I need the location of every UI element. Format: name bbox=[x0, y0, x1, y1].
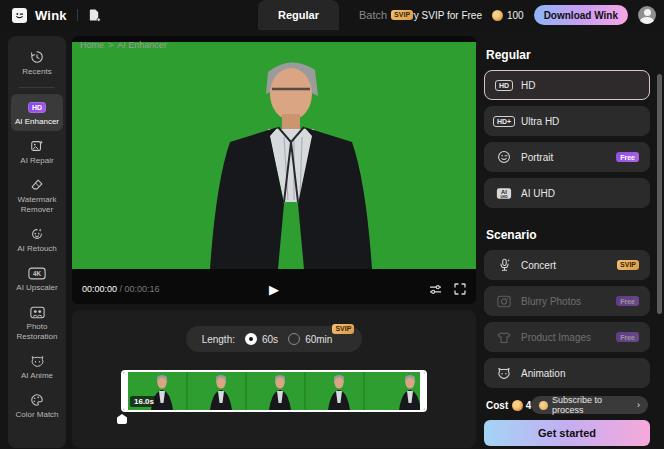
edit-panel: Length: 60s 60min SVIP bbox=[72, 310, 476, 448]
video-frame[interactable] bbox=[72, 42, 476, 269]
radio-selected[interactable] bbox=[245, 333, 257, 345]
svg-text:AI: AI bbox=[501, 189, 507, 195]
adjust-sliders-icon[interactable] bbox=[429, 284, 442, 295]
sidebar-item-label: Recents bbox=[22, 67, 51, 77]
chevron-right-icon: › bbox=[637, 400, 640, 410]
sidebar-item-label: AI Upscaler bbox=[16, 283, 57, 293]
length-option-60s[interactable]: 60s bbox=[245, 333, 278, 345]
sidebar-item-label: Color Match bbox=[15, 410, 58, 420]
4k-badge-icon: 4K bbox=[28, 265, 46, 281]
timeline-strip[interactable]: 16.0s bbox=[121, 370, 427, 412]
svg-text:4K: 4K bbox=[33, 270, 42, 277]
sidebar-divider bbox=[19, 87, 55, 88]
option-portrait[interactable]: Portrait Free bbox=[484, 142, 650, 172]
breadcrumb-separator: > bbox=[108, 40, 113, 50]
free-badge: Free bbox=[616, 332, 639, 342]
content: Recents HD AI Enhancer AI Repair Waterma… bbox=[0, 30, 664, 449]
sidebar-item-label: AI Anime bbox=[21, 371, 53, 381]
sidebar: Recents HD AI Enhancer AI Repair Waterma… bbox=[8, 36, 66, 448]
free-badge: Free bbox=[616, 296, 639, 306]
photo-sparkle-icon bbox=[30, 138, 44, 154]
trim-handle-left[interactable] bbox=[123, 372, 128, 410]
face-sparkle-icon bbox=[30, 226, 44, 242]
option-ai-uhd[interactable]: AIUHD AI UHD bbox=[484, 178, 650, 208]
radio-unselected[interactable] bbox=[288, 333, 300, 345]
coin-icon bbox=[512, 400, 523, 411]
blurry-photo-icon bbox=[495, 295, 513, 308]
topbar: Wink Regular Batch SVIP ◆ Try SVIP for F… bbox=[0, 0, 664, 30]
length-control: Length: 60s 60min SVIP bbox=[186, 326, 363, 352]
sidebar-item-photo-restoration[interactable]: Photo Restoration bbox=[11, 299, 63, 346]
get-started-button[interactable]: Get started bbox=[484, 420, 650, 446]
app-title: Wink bbox=[35, 8, 67, 23]
length-option-60min[interactable]: 60min SVIP bbox=[288, 333, 332, 345]
clock-history-icon bbox=[30, 49, 44, 65]
subscribe-to-process-button[interactable]: Subscribe to process › bbox=[531, 396, 648, 414]
import-file-icon[interactable] bbox=[88, 8, 101, 22]
hd-plus-outline-icon: HD+ bbox=[495, 116, 513, 127]
brand-area: Wink bbox=[0, 8, 101, 23]
wink-app: Wink Regular Batch SVIP ◆ Try SVIP for F… bbox=[0, 0, 664, 449]
eraser-icon bbox=[30, 177, 44, 193]
option-ultra-hd[interactable]: HD+ Ultra HD bbox=[484, 106, 650, 136]
tshirt-icon bbox=[495, 331, 513, 344]
scrollbar-track bbox=[657, 70, 662, 444]
cost-label: Cost bbox=[486, 400, 508, 411]
coin-icon bbox=[492, 10, 503, 21]
tab-batch-label: Batch bbox=[359, 9, 387, 21]
time-display: 00:00:00 / 00:00:16 bbox=[82, 284, 160, 294]
sidebar-item-recents[interactable]: Recents bbox=[11, 44, 63, 81]
svip-badge: SVIP bbox=[391, 10, 413, 20]
scrollbar-thumb[interactable] bbox=[657, 74, 662, 314]
option-blurry-photos[interactable]: Blurry Photos Free bbox=[484, 286, 650, 316]
download-wink-button[interactable]: Download Wink bbox=[534, 5, 628, 25]
sidebar-item-ai-enhancer[interactable]: HD AI Enhancer bbox=[11, 94, 63, 131]
sidebar-item-color-match[interactable]: Color Match bbox=[11, 387, 63, 424]
tab-batch[interactable]: Batch SVIP bbox=[339, 0, 433, 30]
palette-icon bbox=[30, 392, 44, 408]
cost-row: Cost 4 Subscribe to process › bbox=[486, 396, 648, 414]
playhead-marker[interactable] bbox=[117, 414, 127, 424]
credits-counter[interactable]: 100 bbox=[492, 10, 524, 21]
sidebar-item-label: AI Retouch bbox=[17, 244, 57, 254]
avatar[interactable] bbox=[638, 6, 656, 24]
scenario-section-title: Scenario bbox=[486, 228, 650, 242]
smiley-icon bbox=[495, 150, 513, 164]
hd-outline-icon: HD bbox=[495, 80, 513, 91]
credits-value: 100 bbox=[507, 10, 524, 21]
photo-people-icon bbox=[30, 304, 45, 320]
tab-regular[interactable]: Regular bbox=[258, 0, 339, 30]
sidebar-item-ai-repair[interactable]: AI Repair bbox=[11, 133, 63, 170]
sidebar-item-ai-upscaler[interactable]: 4K AI Upscaler bbox=[11, 260, 63, 297]
fullscreen-icon[interactable] bbox=[454, 283, 466, 295]
sidebar-item-ai-anime[interactable]: AI Anime bbox=[11, 348, 63, 385]
mode-tabs: Regular Batch SVIP bbox=[258, 0, 433, 30]
length-label: Length: bbox=[202, 334, 235, 345]
svip-badge: SVIP bbox=[332, 324, 354, 334]
sidebar-item-label: Photo Restoration bbox=[12, 322, 62, 342]
anime-cat-icon bbox=[30, 353, 45, 369]
play-button[interactable]: ▶ bbox=[269, 283, 279, 296]
duration-badge: 16.0s bbox=[130, 396, 158, 407]
option-concert[interactable]: Concert SVIP bbox=[484, 250, 650, 280]
main-area: Home > AI Enhancer bbox=[72, 36, 476, 448]
sidebar-item-label: AI Repair bbox=[20, 156, 53, 166]
divider bbox=[77, 9, 78, 21]
svg-text:UHD: UHD bbox=[501, 195, 509, 199]
sidebar-item-watermark-remover[interactable]: Watermark Remover bbox=[11, 172, 63, 219]
option-product-images[interactable]: Product Images Free bbox=[484, 322, 650, 352]
hd-badge-icon: HD bbox=[28, 99, 46, 115]
animal-face-icon bbox=[495, 367, 513, 380]
options-panel: Regular HD HD HD+ Ultra HD Portrait Free… bbox=[482, 36, 650, 448]
sidebar-item-label: Watermark Remover bbox=[12, 195, 62, 215]
option-hd[interactable]: HD HD bbox=[484, 70, 650, 100]
ai-uhd-badge-icon: AIUHD bbox=[495, 187, 513, 200]
free-badge: Free bbox=[616, 152, 639, 162]
wink-logo-icon bbox=[12, 8, 27, 23]
option-animation[interactable]: Animation bbox=[484, 358, 650, 388]
trim-handle-right[interactable] bbox=[420, 372, 425, 410]
timeline-thumbnails bbox=[128, 372, 424, 410]
breadcrumb-home[interactable]: Home bbox=[80, 40, 104, 50]
tab-regular-label: Regular bbox=[278, 9, 319, 21]
sidebar-item-ai-retouch[interactable]: AI Retouch bbox=[11, 221, 63, 258]
